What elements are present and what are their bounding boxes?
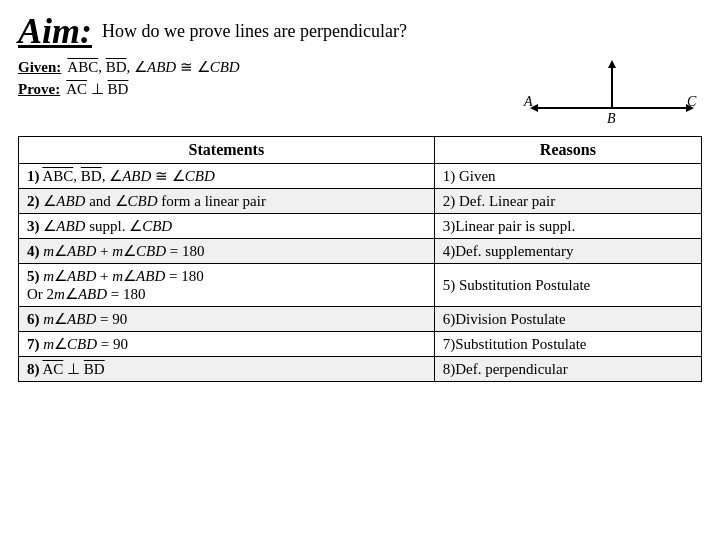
prove-label: Prove: <box>18 81 60 98</box>
table-row: 7) m∠CBD = 907)Substitution Postulate <box>19 332 702 357</box>
statement-cell: 1) ABC, BD, ∠ABD ≅ ∠CBD <box>19 164 435 189</box>
aim-label: Aim: <box>18 10 92 52</box>
table-row: 3) ∠ABD suppl. ∠CBD3)Linear pair is supp… <box>19 214 702 239</box>
aim-text: How do we prove lines are perpendicular? <box>102 21 407 42</box>
statement-cell: 2) ∠ABD and ∠CBD form a linear pair <box>19 189 435 214</box>
statement-cell: 7) m∠CBD = 90 <box>19 332 435 357</box>
table-row: 4) m∠ABD + m∠CBD = 1804)Def. supplementa… <box>19 239 702 264</box>
table-row: 6) m∠ABD = 906)Division Postulate <box>19 307 702 332</box>
svg-text:A: A <box>523 94 533 109</box>
reason-cell: 7)Substitution Postulate <box>434 332 701 357</box>
svg-marker-2 <box>608 60 616 68</box>
given-label: Given: <box>18 59 61 76</box>
statement-cell: 5) m∠ABD + m∠ABD = 180Or 2m∠ABD = 180 <box>19 264 435 307</box>
reason-cell: 1) Given <box>434 164 701 189</box>
diagram: D A B C <box>522 58 702 128</box>
aim-line: Aim: How do we prove lines are perpendic… <box>18 10 702 52</box>
svg-text:D: D <box>606 58 617 61</box>
table-row: 5) m∠ABD + m∠ABD = 180Or 2m∠ABD = 1805) … <box>19 264 702 307</box>
statement-cell: 8) AC ⊥ BD <box>19 357 435 382</box>
reason-cell: 2) Def. Linear pair <box>434 189 701 214</box>
table-row: 2) ∠ABD and ∠CBD form a linear pair2) De… <box>19 189 702 214</box>
given-prove-left: Given: ABC, BD, ∠ABD ≅ ∠CBD Prove: AC ⊥ … <box>18 58 502 128</box>
svg-text:B: B <box>607 111 616 126</box>
statement-cell: 4) m∠ABD + m∠CBD = 180 <box>19 239 435 264</box>
table-header-row: Statements Reasons <box>19 137 702 164</box>
proof-table: Statements Reasons 1) ABC, BD, ∠ABD ≅ ∠C… <box>18 136 702 382</box>
given-content: ABC, BD, ∠ABD ≅ ∠CBD <box>67 58 239 76</box>
reason-cell: 8)Def. perpendicular <box>434 357 701 382</box>
statement-cell: 3) ∠ABD suppl. ∠CBD <box>19 214 435 239</box>
given-line: Given: ABC, BD, ∠ABD ≅ ∠CBD <box>18 58 502 76</box>
prove-content: AC ⊥ BD <box>66 80 128 98</box>
prove-line: Prove: AC ⊥ BD <box>18 80 502 98</box>
reason-cell: 5) Substitution Postulate <box>434 264 701 307</box>
reason-cell: 6)Division Postulate <box>434 307 701 332</box>
reason-cell: 3)Linear pair is suppl. <box>434 214 701 239</box>
table-row: 8) AC ⊥ BD8)Def. perpendicular <box>19 357 702 382</box>
statement-cell: 6) m∠ABD = 90 <box>19 307 435 332</box>
table-row: 1) ABC, BD, ∠ABD ≅ ∠CBD1) Given <box>19 164 702 189</box>
reason-cell: 4)Def. supplementary <box>434 239 701 264</box>
reasons-header: Reasons <box>434 137 701 164</box>
diagram-svg: D A B C <box>522 58 702 128</box>
svg-text:C: C <box>687 94 697 109</box>
statements-header: Statements <box>19 137 435 164</box>
given-prove-area: Given: ABC, BD, ∠ABD ≅ ∠CBD Prove: AC ⊥ … <box>18 58 702 128</box>
